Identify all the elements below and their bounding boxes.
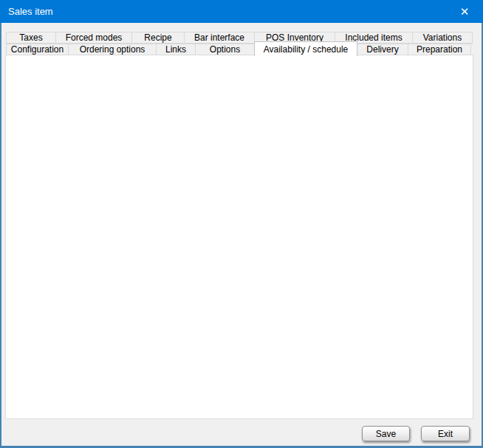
tab-variations[interactable]: Variations [412,32,473,44]
availability-schedule-panel [5,55,473,419]
tab-configuration[interactable]: Configuration [6,44,69,55]
close-icon[interactable]: ✕ [452,0,477,23]
tab-links[interactable]: Links [156,44,196,55]
tab-forced-modes[interactable]: Forced modes [55,32,132,44]
tab-row-1: Taxes Forced modes Recipe Bar interface … [6,32,473,44]
title-bar[interactable]: Sales item ✕ [0,0,483,23]
tab-row-2: Configuration Ordering options Links Opt… [6,44,471,55]
window-border-left [0,23,1,448]
tab-ordering-options[interactable]: Ordering options [68,44,157,55]
tab-bar-interface[interactable]: Bar interface [184,32,255,44]
tab-preparation[interactable]: Preparation [408,44,471,55]
window-title: Sales item [8,0,53,23]
tab-availability-schedule[interactable]: Availability / schedule [254,41,357,56]
sales-item-dialog: Sales item ✕ Taxes Forced modes Recipe B… [0,0,483,448]
tab-recipe[interactable]: Recipe [131,32,185,44]
tab-taxes[interactable]: Taxes [6,32,56,44]
tab-delivery[interactable]: Delivery [357,44,408,55]
tab-options[interactable]: Options [195,44,255,55]
exit-button[interactable]: Exit [421,426,470,441]
save-button[interactable]: Save [362,426,410,441]
